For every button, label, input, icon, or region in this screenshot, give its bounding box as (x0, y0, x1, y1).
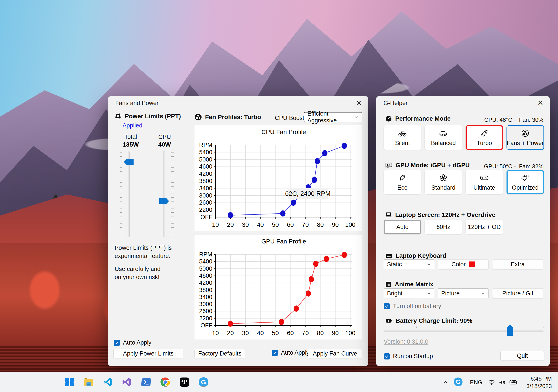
svg-text:4600: 4600 (199, 163, 212, 170)
battery-bolt-icon (385, 318, 392, 324)
matrix-brightness-select[interactable]: Bright (384, 288, 434, 298)
battery-charge-slider[interactable] (384, 331, 543, 332)
power-auto-apply-checkbox[interactable] (114, 340, 120, 346)
wifi-icon[interactable] (487, 378, 496, 387)
visual-studio-button[interactable] (121, 376, 133, 389)
svg-text:GPU Fan Profile: GPU Fan Profile (262, 238, 306, 245)
fans-window-close-icon[interactable]: × (353, 98, 365, 108)
fan-auto-apply-checkbox[interactable] (272, 350, 278, 356)
version-link[interactable]: Version: 0.31.0.0 (384, 338, 428, 345)
chrome-button[interactable] (159, 376, 172, 389)
eco-gpu-button[interactable]: Eco (384, 170, 421, 194)
g-helper-taskbar-button[interactable]: G (197, 376, 210, 389)
matrix-battery-row: Turn off on battery (384, 303, 441, 310)
bulb-gear-icon (521, 173, 530, 182)
gpu-temp-fan-status: GPU: 50°C - Fan: 32% (484, 163, 544, 170)
bicycle-icon (398, 129, 407, 138)
total-watts-value: 135W (121, 141, 141, 148)
keyboard-color-button[interactable]: Color (438, 259, 488, 269)
cpu-power-slider-thumb[interactable] (159, 198, 169, 204)
cpu-temp-fan-status: CPU: 48°C - Fan: 30% (484, 117, 543, 123)
ghelper-titlebar[interactable]: G-Helper × (376, 96, 550, 109)
battery-charging-icon[interactable] (508, 378, 519, 387)
cpu-fan-curve-chart[interactable]: OFF220026003000340038004200460050005400R… (194, 125, 362, 231)
ultimate-gpu-button[interactable]: Ultimate (466, 170, 503, 194)
svg-text:90: 90 (332, 221, 339, 228)
svg-text:4600: 4600 (199, 273, 212, 279)
silent-mode-button[interactable]: Silent (384, 125, 421, 150)
tidal-button[interactable] (178, 376, 191, 389)
svg-text:100: 100 (345, 330, 356, 336)
keyboard-extra-button[interactable]: Extra (492, 259, 543, 269)
cpu-power-slider[interactable] (163, 151, 165, 237)
ghelper-close-icon[interactable]: × (535, 98, 546, 108)
fan-profiles-header: Fan Profiles: Turbo (194, 113, 261, 121)
keyboard-mode-select[interactable]: Static (384, 259, 434, 269)
laptop-keyboard-header: Laptop Keyboard (385, 252, 446, 259)
volume-icon[interactable] (497, 378, 507, 387)
g-helper-window: G-Helper × Performance Mode CPU: 48°C - … (376, 96, 550, 366)
svg-text:80: 80 (317, 330, 324, 336)
svg-text:30: 30 (242, 330, 249, 336)
vscode-button[interactable] (101, 376, 114, 389)
svg-text:40: 40 (257, 330, 264, 336)
tidal-icon (179, 377, 190, 387)
g-helper-icon: G (199, 377, 208, 387)
svg-text:RPM: RPM (199, 142, 212, 148)
fans-power-button[interactable]: Fans + Power (506, 125, 544, 150)
power-limits-title: Power Limits (PPT) (125, 113, 181, 120)
gpu-mode-title: GPU Mode: iGPU + dGPU (396, 162, 470, 169)
total-power-slider-thumb[interactable] (124, 159, 134, 165)
fans-and-power-window: Fans and Power × Power Limits (PPT) Appl… (108, 96, 368, 366)
power-limits-header: Power Limits (PPT) (115, 113, 181, 120)
gpu-fan-curve-chart[interactable]: OFF220026003000340038004200460050005400R… (194, 235, 362, 340)
performance-mode-header: Performance Mode (385, 115, 451, 122)
turbo-mode-button[interactable]: Turbo (466, 125, 503, 150)
vscode-icon (103, 377, 113, 387)
standard-gpu-button[interactable]: Standard (425, 170, 462, 194)
anime-matrix-header: Anime Matrix (385, 281, 434, 288)
start-button[interactable] (63, 376, 76, 389)
svg-text:OFF: OFF (201, 322, 212, 329)
svg-text:20: 20 (227, 221, 234, 228)
turn-off-on-battery-checkbox[interactable] (384, 303, 390, 309)
svg-text:OFF: OFF (201, 214, 212, 220)
fan-icon (521, 129, 530, 138)
powershell-button[interactable] (140, 376, 152, 389)
tray-time: 6:45 PM (526, 375, 552, 382)
keyboard-color-swatch (469, 261, 475, 267)
screen-auto-button[interactable]: Auto (384, 220, 421, 234)
matrix-grid-icon (385, 281, 392, 288)
matrix-mode-select[interactable]: Picture (438, 288, 488, 298)
fan-auto-apply-label: Auto Apply (281, 349, 309, 356)
svg-text:60: 60 (287, 330, 294, 336)
apply-fan-curve-button[interactable]: Apply Fan Curve (308, 349, 362, 358)
svg-text:62C, 2400 RPM: 62C, 2400 RPM (285, 190, 331, 197)
tray-language-button[interactable]: ENG (469, 378, 483, 386)
checkmark-icon (385, 354, 389, 359)
screen-120hz-od-button[interactable]: 120Hz + OD (466, 220, 503, 234)
powershell-icon (141, 378, 151, 386)
svg-text:3800: 3800 (199, 287, 212, 293)
fans-window-titlebar[interactable]: Fans and Power × (108, 96, 368, 109)
run-on-startup-label: Run on Startup (393, 353, 433, 360)
taskbar-clock[interactable]: 6:45 PM 3/18/2023 (526, 375, 552, 390)
tray-g-helper-icon[interactable]: G (454, 377, 462, 386)
factory-defaults-button[interactable]: Factory Defaults (194, 349, 245, 358)
svg-text:40: 40 (257, 221, 264, 228)
chevron-down-icon (481, 291, 485, 295)
tray-chevron-up-icon[interactable] (441, 378, 450, 387)
balanced-mode-button[interactable]: Balanced (425, 125, 462, 150)
svg-text:70: 70 (302, 221, 309, 228)
matrix-picture-gif-button[interactable]: Picture / Gif (492, 288, 543, 298)
battery-limit-header: Battery Charge Limit: 90% (385, 317, 472, 324)
file-explorer-button[interactable] (82, 376, 95, 389)
optimized-gpu-button[interactable]: Optimized (506, 170, 544, 194)
screen-60hz-button[interactable]: 60Hz (425, 220, 462, 234)
power-auto-apply-label: Auto Apply (123, 339, 151, 346)
run-on-startup-checkbox[interactable] (384, 353, 390, 359)
quit-button[interactable]: Quit (500, 351, 544, 360)
apply-power-limits-button[interactable]: Apply Power Limits (113, 349, 183, 358)
cpu-boost-select[interactable]: Efficient Aggressive (304, 112, 362, 122)
svg-text:20: 20 (227, 330, 234, 336)
